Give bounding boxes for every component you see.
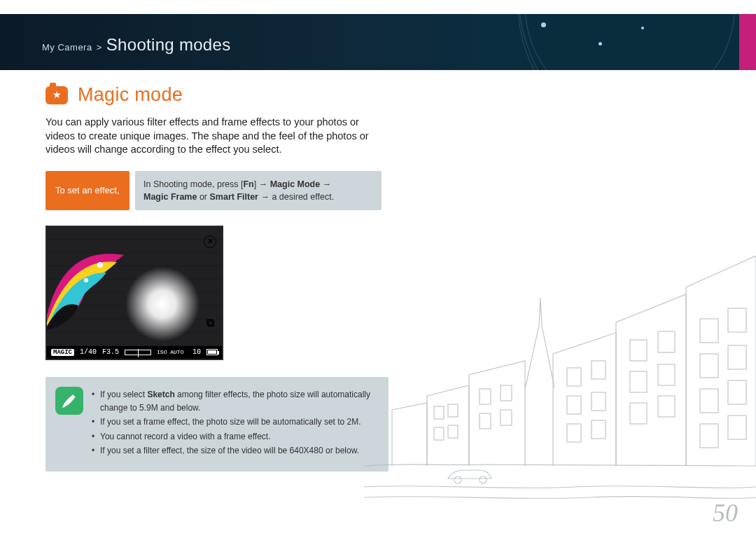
svg-rect-13	[592, 392, 606, 411]
note-list: If you select Sketch among filter effect…	[92, 387, 379, 459]
instr-bold: Magic Frame	[144, 192, 197, 202]
svg-rect-19	[658, 364, 675, 385]
svg-rect-27	[728, 380, 746, 404]
status-shutter: 1/40	[80, 348, 97, 356]
camera-preview: ✕ ⧉ MAGIC 1/40 F3.5 ISO AUTO 10	[46, 226, 223, 360]
note-bold: Sketch	[147, 390, 174, 399]
svg-rect-8	[479, 413, 491, 429]
page-number: 50	[713, 498, 738, 528]
breadcrumb-root: My Camera	[42, 42, 92, 53]
intro-text: You can apply various filter effects and…	[46, 116, 382, 157]
breadcrumb-current: Shooting modes	[106, 35, 231, 55]
note-text: If you select	[100, 390, 147, 399]
svg-rect-7	[500, 385, 512, 401]
svg-rect-25	[728, 345, 746, 369]
instr-text: ] →	[254, 179, 270, 189]
svg-rect-10	[567, 368, 581, 386]
svg-point-30	[454, 476, 461, 483]
camera-star-icon: ★	[46, 86, 68, 104]
preview-flare	[124, 266, 201, 343]
svg-rect-29	[728, 415, 746, 439]
svg-rect-16	[630, 340, 647, 361]
svg-rect-22	[700, 319, 718, 343]
note-item: If you set a filter effect, the size of …	[92, 444, 379, 458]
svg-rect-20	[630, 403, 647, 424]
svg-point-31	[479, 476, 486, 483]
instruction-row: To set an effect, In Shooting mode, pres…	[46, 171, 382, 210]
instr-bold: Magic Mode	[270, 179, 321, 189]
svg-rect-18	[630, 371, 647, 392]
instr-text: In Shooting mode, press [	[144, 179, 243, 189]
preview-art	[46, 241, 131, 339]
status-aperture: F3.5	[102, 348, 119, 356]
decor-dot	[541, 22, 546, 27]
instruction-label: To set an effect,	[46, 171, 130, 210]
instruction-body: In Shooting mode, press [Fn] → Magic Mod…	[135, 171, 382, 210]
svg-rect-28	[700, 424, 718, 448]
preview-status-bar: MAGIC 1/40 F3.5 ISO AUTO 10	[47, 346, 222, 359]
svg-rect-12	[567, 396, 581, 414]
stack-icon: ⧉	[204, 317, 216, 329]
breadcrumb: My Camera > Shooting modes	[42, 35, 230, 55]
svg-rect-6	[479, 389, 491, 404]
note-item: If you set a frame effect, the photo siz…	[92, 415, 379, 429]
svg-rect-15	[592, 420, 606, 439]
status-iso: ISO AUTO	[157, 349, 183, 355]
section-tab	[739, 14, 756, 70]
svg-rect-23	[728, 308, 746, 332]
status-mode: MAGIC	[51, 349, 74, 356]
instr-key: Fn	[243, 179, 253, 189]
instr-text: → a desired effect.	[258, 192, 334, 202]
svg-rect-4	[434, 427, 444, 440]
battery-icon	[206, 349, 218, 355]
city-illustration	[364, 256, 756, 508]
note-box: If you select Sketch among filter effect…	[46, 377, 388, 472]
instr-bold: Smart Filter	[209, 192, 258, 202]
svg-rect-2	[434, 406, 444, 419]
svg-point-0	[97, 262, 103, 268]
svg-rect-17	[658, 331, 675, 352]
instr-text: or	[197, 192, 209, 202]
status-shots: 10	[192, 348, 201, 356]
note-item: You cannot record a video with a frame e…	[92, 430, 379, 444]
svg-rect-21	[658, 396, 675, 417]
svg-rect-5	[448, 425, 458, 438]
svg-rect-14	[567, 424, 581, 442]
svg-rect-9	[500, 410, 512, 425]
decor-dot	[641, 27, 644, 29]
svg-rect-11	[592, 361, 606, 379]
svg-rect-26	[700, 389, 718, 413]
breadcrumb-separator: >	[97, 42, 102, 53]
pen-icon	[55, 387, 83, 415]
instr-text: →	[320, 179, 331, 189]
ev-gauge-icon	[125, 350, 151, 355]
svg-rect-24	[700, 354, 718, 378]
section-title: Magic mode	[78, 84, 183, 106]
svg-rect-3	[448, 404, 458, 417]
flash-off-icon: ✕	[204, 235, 216, 248]
note-item: If you select Sketch among filter effect…	[92, 388, 379, 414]
svg-point-1	[84, 278, 88, 282]
decor-dot	[598, 42, 602, 46]
